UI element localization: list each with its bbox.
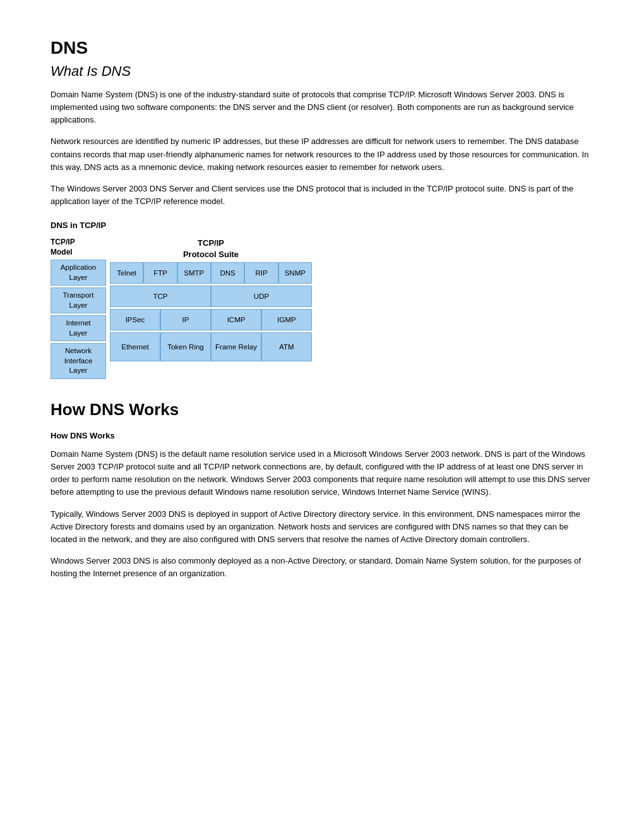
section2-subsection-title: How DNS Works — [51, 431, 593, 440]
rip-cell: RIP — [244, 262, 278, 284]
section1-title: What Is DNS — [51, 63, 593, 80]
icmp-cell: ICMP — [211, 309, 261, 330]
atm-cell: ATM — [261, 332, 312, 361]
transport-layer-proto-row: TCP UDP — [110, 286, 312, 307]
udp-cell: UDP — [211, 286, 312, 307]
left-col-header: TCP/IP Model — [51, 238, 75, 257]
frame-relay-cell: Frame Relay — [211, 332, 261, 361]
application-layer-box: ApplicationLayer — [51, 260, 106, 286]
diagram-section: DNS in TCP/IP TCP/IP Model ApplicationLa… — [51, 221, 593, 381]
page-title: DNS — [51, 38, 593, 58]
section2-title: How DNS Works — [51, 400, 593, 420]
ftp-cell: FTP — [143, 262, 177, 284]
internet-layer-box: InternetLayer — [51, 315, 106, 341]
ipsec-cell: IPSec — [110, 309, 160, 330]
right-header-line2: Protocol Suite — [183, 250, 239, 259]
section2-para3: Windows Server 2003 DNS is also commonly… — [51, 555, 593, 580]
transport-layer-box: TransportLayer — [51, 287, 106, 313]
smtp-cell: SMTP — [177, 262, 211, 284]
snmp-cell: SNMP — [278, 262, 312, 284]
right-col-header: TCP/IP Protocol Suite — [183, 238, 239, 260]
left-header-line2: Model — [51, 248, 73, 257]
section2-para1: Domain Name System (DNS) is the default … — [51, 448, 593, 499]
tcp-cell: TCP — [110, 286, 211, 307]
right-header-line1: TCP/IP — [198, 238, 224, 248]
section2-para2: Typically, Windows Server 2003 DNS is de… — [51, 508, 593, 546]
telnet-cell: Telnet — [110, 262, 143, 284]
diagram-title: DNS in TCP/IP — [51, 221, 593, 230]
tcpip-model-col: TCP/IP Model ApplicationLayer TransportL… — [51, 238, 106, 381]
ethernet-cell: Ethernet — [110, 332, 160, 361]
section1-para2: Network resources are identified by nume… — [51, 135, 593, 173]
internet-layer-proto-row: IPSec IP ICMP IGMP — [110, 309, 312, 330]
section1-para3: The Windows Server 2003 DNS Server and C… — [51, 183, 593, 208]
network-interface-proto-row: Ethernet Token Ring Frame Relay ATM — [110, 332, 312, 361]
tcpip-protocol-col: TCP/IP Protocol Suite Telnet FTP SMTP DN… — [110, 238, 312, 363]
network-interface-layer-box: NetworkInterfaceLayer — [51, 343, 106, 379]
diagram-wrapper: TCP/IP Model ApplicationLayer TransportL… — [51, 238, 593, 381]
app-layer-proto-row: Telnet FTP SMTP DNS RIP SNMP — [110, 262, 312, 284]
section1-para1: Domain Name System (DNS) is one of the i… — [51, 88, 593, 126]
left-header-line1: TCP/IP — [51, 238, 75, 246]
token-ring-cell: Token Ring — [160, 332, 211, 361]
dns-cell: DNS — [211, 262, 244, 284]
ip-cell: IP — [160, 309, 211, 330]
igmp-cell: IGMP — [261, 309, 312, 330]
